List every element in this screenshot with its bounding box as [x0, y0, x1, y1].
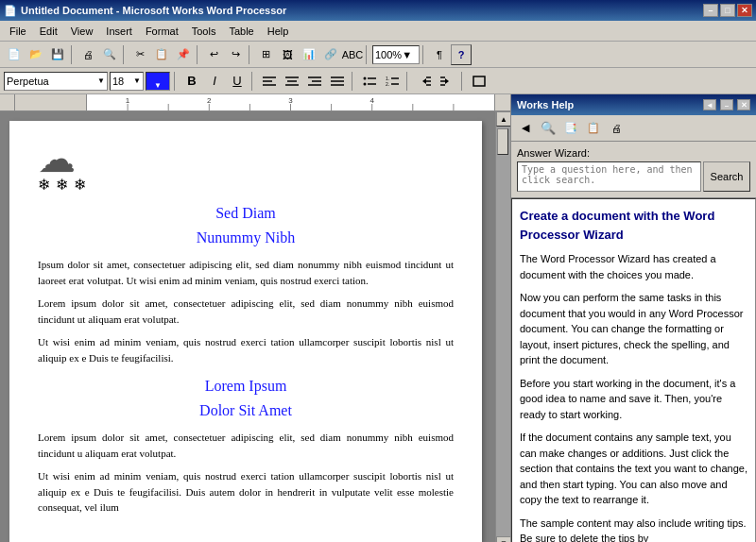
bullet-list-button[interactable]: [359, 71, 380, 92]
doc-paragraph1[interactable]: Ipsum dolor sit amet, consectetuer adipi…: [38, 257, 454, 288]
doc-column: 1 2 3 4 ☁ ❄❄❄: [0, 94, 510, 542]
paragraph-marks-button[interactable]: ¶: [429, 44, 450, 65]
print-preview-button[interactable]: 🔍: [99, 44, 120, 65]
app-icon: 📄: [4, 5, 17, 17]
document-page[interactable]: ☁ ❄❄❄ Sed Diam Nunummy Nibh Ipsum dolor …: [9, 121, 482, 542]
help-index-button[interactable]: 📋: [583, 118, 604, 139]
help-paragraph-4: The sample content may also include writ…: [520, 516, 747, 543]
menu-table[interactable]: Table: [223, 24, 259, 39]
save-button[interactable]: 💾: [47, 44, 68, 65]
doc-paragraph3[interactable]: Ut wisi enim ad minim veniam, quis nostr…: [38, 334, 454, 365]
cut-button[interactable]: ✂: [129, 44, 150, 65]
help-back-button[interactable]: ◄: [703, 99, 716, 110]
align-left-button[interactable]: [259, 71, 280, 92]
number-list-button[interactable]: 1.2.: [382, 71, 403, 92]
help-back-nav-button[interactable]: ◀: [515, 118, 536, 139]
doc-heading2: Nunummy Nibh: [38, 227, 454, 249]
menu-help[interactable]: Help: [262, 24, 295, 39]
svg-marker-20: [422, 78, 426, 84]
toolbar-sep3: [197, 45, 200, 64]
help-title-bar: Works Help ◄ – ✕: [511, 94, 756, 115]
svg-text:2: 2: [207, 96, 212, 105]
redo-button[interactable]: ↪: [225, 44, 246, 65]
font-color-selector[interactable]: ▼: [146, 72, 170, 91]
svg-text:1: 1: [126, 96, 130, 105]
align-center-button[interactable]: [282, 71, 302, 92]
copy-button[interactable]: 📋: [151, 44, 172, 65]
font-size-selector[interactable]: 18 ▼: [110, 72, 144, 91]
help-content-heading: Create a document with the Word Processo…: [520, 207, 747, 244]
insert-picture-button[interactable]: 🖼: [277, 44, 298, 65]
insert-table-button[interactable]: ⊞: [255, 44, 276, 65]
help-paragraph-2: Before you start working in the document…: [520, 376, 747, 423]
toolbar-sep5: [366, 45, 369, 64]
ruler-markings: 1 2 3 4: [87, 94, 494, 110]
toolbar-sep1: [71, 45, 75, 64]
open-button[interactable]: 📂: [26, 44, 46, 65]
svg-point-12: [364, 76, 367, 79]
answer-wizard-input[interactable]: [517, 161, 701, 192]
align-justify-button[interactable]: [327, 71, 348, 92]
help-toolbar-button[interactable]: ?: [451, 44, 472, 65]
insert-hyperlink-button[interactable]: 🔗: [320, 44, 341, 65]
font-dropdown-icon[interactable]: ▼: [97, 76, 105, 85]
menu-edit[interactable]: Edit: [34, 24, 63, 39]
ruler: 1 2 3 4: [0, 94, 510, 111]
doc-paragraph4[interactable]: Lorem ipsum dolor sit amet, consectetuer…: [38, 430, 454, 461]
help-content-area: Create a document with the Word Processo…: [511, 198, 756, 542]
print-button[interactable]: 🖨: [77, 44, 98, 65]
scroll-track[interactable]: [496, 127, 510, 536]
font-selector[interactable]: Perpetua ▼: [4, 72, 108, 91]
menu-bar: File Edit View Insert Format Tools Table…: [0, 21, 756, 42]
scroll-thumb[interactable]: [497, 128, 508, 155]
menu-tools[interactable]: Tools: [186, 24, 222, 39]
undo-button[interactable]: ↩: [203, 44, 224, 65]
help-contents-button[interactable]: 📑: [560, 118, 581, 139]
underline-button[interactable]: U: [227, 71, 248, 92]
help-paragraph-0: The Word Processor Wizard has created a …: [520, 251, 747, 282]
svg-text:4: 4: [369, 96, 374, 105]
increase-indent-button[interactable]: [437, 71, 457, 92]
new-button[interactable]: 📄: [4, 44, 25, 65]
help-title-controls: ◄ – ✕: [703, 99, 750, 110]
answer-wizard: Answer Wizard: Search: [511, 142, 756, 198]
zoom-value: 100%: [375, 49, 402, 60]
help-paragraph-3: If the document contains any sample text…: [520, 430, 747, 508]
paste-button[interactable]: 📌: [173, 44, 194, 65]
minimize-button[interactable]: –: [703, 4, 718, 17]
help-toolbar: ◀ 🔍 📑 📋 🖨: [511, 115, 756, 142]
size-dropdown-icon[interactable]: ▼: [133, 76, 141, 85]
help-search-icon[interactable]: 🔍: [538, 118, 558, 139]
menu-insert[interactable]: Insert: [100, 24, 138, 39]
format-toolbar: Perpetua ▼ 18 ▼ ▼ B I U 1.2.: [0, 68, 756, 94]
doc-image-area: ☁ ❄❄❄: [38, 140, 454, 196]
title-bar-buttons: – □ ✕: [703, 4, 752, 17]
help-close-button[interactable]: ✕: [737, 99, 750, 110]
answer-wizard-label: Answer Wizard:: [517, 147, 750, 159]
zoom-dropdown-icon[interactable]: ▼: [402, 49, 412, 60]
scroll-down-button[interactable]: ▼: [496, 536, 511, 543]
menu-view[interactable]: View: [65, 24, 99, 39]
close-button[interactable]: ✕: [737, 4, 752, 17]
borders-button[interactable]: [469, 71, 490, 92]
align-right-button[interactable]: [304, 71, 325, 92]
insert-chart-button[interactable]: 📊: [299, 44, 319, 65]
cloud-image: ☁ ❄❄❄: [38, 140, 113, 196]
maximize-button[interactable]: □: [720, 4, 735, 17]
help-print-button[interactable]: 🖨: [606, 118, 627, 139]
help-minimize-button[interactable]: –: [720, 99, 733, 110]
bold-button[interactable]: B: [181, 71, 202, 92]
search-button[interactable]: Search: [703, 161, 750, 192]
vertical-scrollbar: ▲ ▼: [495, 111, 510, 542]
menu-file[interactable]: File: [4, 24, 32, 39]
italic-button[interactable]: I: [204, 71, 225, 92]
menu-format[interactable]: Format: [140, 24, 184, 39]
doc-paragraph5[interactable]: Ut wisi enim ad minim veniam, quis nostr…: [38, 468, 454, 516]
scroll-up-button[interactable]: ▲: [496, 111, 511, 127]
toolbar-sep2: [123, 45, 127, 64]
spell-check-button[interactable]: ABC: [342, 44, 363, 65]
decrease-indent-button[interactable]: [414, 71, 435, 92]
doc-scroll-area: ☁ ❄❄❄ Sed Diam Nunummy Nibh Ipsum dolor …: [0, 111, 495, 542]
ruler-track: 1 2 3 4: [15, 94, 510, 110]
doc-paragraph2[interactable]: Lorem ipsum dolor sit amet, consectetuer…: [38, 296, 454, 327]
